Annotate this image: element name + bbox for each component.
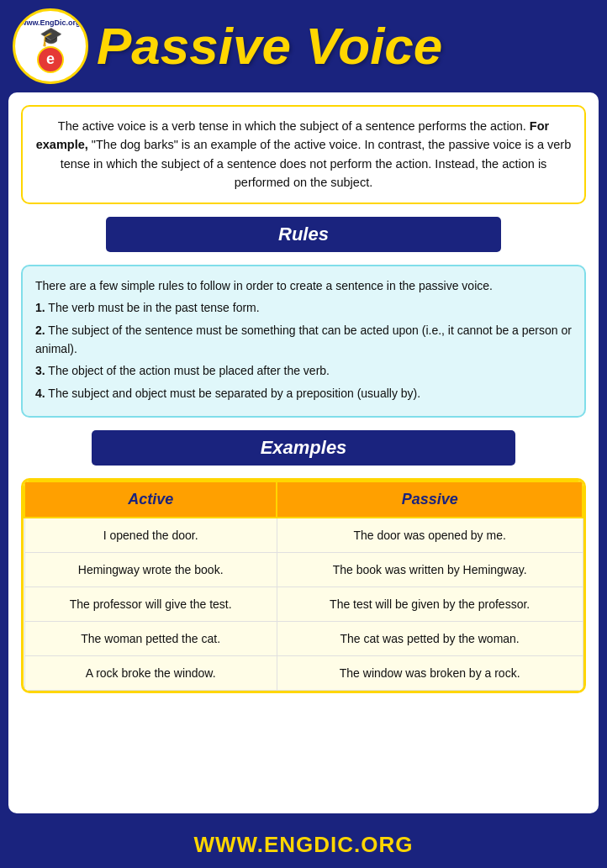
active-2: Hemingway wrote the book. — [24, 553, 277, 587]
logo: www.EngDic.org 🎓 e — [13, 8, 88, 84]
rule-3: 3. The object of the action must be plac… — [35, 361, 572, 380]
logo-hat-icon: 🎓 — [40, 28, 62, 46]
examples-table-wrapper: Active Passive I opened the door. The do… — [21, 478, 586, 693]
column-passive: Passive — [277, 481, 583, 518]
definition-box: The active voice is a verb tense in whic… — [21, 105, 586, 204]
table-header-row: Active Passive — [24, 481, 583, 518]
rule-4: 4. The subject and object must be separa… — [35, 384, 572, 402]
rules-box: There are a few simple rules to follow i… — [21, 265, 586, 418]
main-content: The active voice is a verb tense in whic… — [8, 92, 599, 813]
table-row: A rock broke the window. The window was … — [24, 656, 583, 691]
page-title: Passive Voice — [97, 20, 442, 72]
active-3: The professor will give the test. — [24, 587, 277, 622]
logo-circle: www.EngDic.org 🎓 e — [13, 8, 88, 84]
passive-1: The door was opened by me. — [277, 518, 583, 553]
rule-2: 2. The subject of the sentence must be s… — [35, 321, 572, 359]
rules-header: Rules — [106, 217, 501, 252]
table-row: The professor will give the test. The te… — [24, 587, 583, 622]
passive-4: The cat was petted by the woman. — [277, 622, 583, 656]
passive-5: The window was broken by a rock. — [277, 656, 583, 691]
table-row: I opened the door. The door was opened b… — [24, 518, 583, 553]
definition-text: The active voice is a verb tense in whic… — [36, 119, 572, 189]
rules-intro: There are a few simple rules to follow i… — [35, 276, 572, 295]
passive-3: The test will be given by the professor. — [277, 587, 583, 622]
page-wrapper: www.EngDic.org 🎓 e Passive Voice The act… — [0, 0, 607, 868]
active-4: The woman petted the cat. — [24, 622, 277, 656]
examples-header: Examples — [92, 430, 515, 466]
active-1: I opened the door. — [24, 518, 277, 553]
active-5: A rock broke the window. — [24, 656, 277, 691]
column-active: Active — [24, 481, 277, 518]
logo-e-icon: e — [37, 46, 64, 73]
header: www.EngDic.org 🎓 e Passive Voice — [0, 0, 607, 92]
examples-table: Active Passive I opened the door. The do… — [24, 481, 583, 691]
rule-1: 1. The verb must be in the past tense fo… — [35, 298, 572, 317]
passive-2: The book was written by Hemingway. — [277, 553, 583, 587]
footer: WWW.ENGDIC.ORG — [0, 822, 607, 868]
table-row: The woman petted the cat. The cat was pe… — [24, 622, 583, 656]
table-row: Hemingway wrote the book. The book was w… — [24, 553, 583, 587]
footer-text: WWW.ENGDIC.ORG — [10, 832, 597, 858]
